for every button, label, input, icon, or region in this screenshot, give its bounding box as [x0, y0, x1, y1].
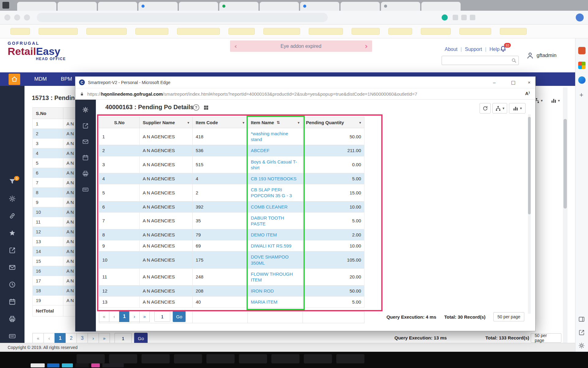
- about-link[interactable]: About: [445, 47, 458, 52]
- app-logo[interactable]: GOFRUGAL RetailEasy HEAD OFFICE: [8, 41, 66, 61]
- bookmark-item[interactable]: [421, 28, 451, 35]
- toolbar-icon[interactable]: [470, 15, 475, 20]
- cell-item-name[interactable]: DABUR TOOTH PASTE: [248, 212, 303, 229]
- sidebar-item-keyboard[interactable]: [9, 332, 16, 340]
- page-prev-button[interactable]: ‹: [109, 311, 119, 322]
- page-first-button[interactable]: «: [32, 333, 44, 344]
- office-icon[interactable]: [578, 62, 586, 69]
- cell-item-name[interactable]: DIWALI KIT RS.599: [248, 240, 303, 251]
- sidebar-item-mail[interactable]: [9, 264, 16, 271]
- sidebar-item-calendar[interactable]: [9, 298, 16, 305]
- read-aloud-icon[interactable]: A⁾: [525, 91, 530, 96]
- back-icon[interactable]: [4, 14, 10, 21]
- go-button[interactable]: Go: [173, 311, 186, 322]
- hierarchy-view-button[interactable]: ▾: [492, 103, 507, 113]
- search-icon[interactable]: [511, 58, 517, 63]
- per-page-select[interactable]: 50 per page: [493, 312, 524, 321]
- taskbar-item[interactable]: [77, 354, 105, 363]
- bg-per-page-select[interactable]: 50 per page: [531, 333, 561, 343]
- browser-tab[interactable]: [179, 2, 218, 11]
- taskbar-item[interactable]: [304, 354, 332, 363]
- bookmark-item[interactable]: [177, 28, 220, 35]
- add-icon[interactable]: +: [579, 91, 583, 99]
- popup-sidebar-item-keyboard[interactable]: [82, 186, 89, 193]
- browser-tab[interactable]: [341, 2, 380, 11]
- page-first-button[interactable]: «: [99, 311, 109, 322]
- column-header-item-code[interactable]: Item Code▾: [193, 117, 248, 128]
- taskbar-item[interactable]: [206, 354, 235, 363]
- taskbar-item[interactable]: [336, 354, 364, 363]
- page-next-button[interactable]: ›: [129, 311, 140, 322]
- page-number-button[interactable]: 1: [119, 311, 130, 322]
- banner-next-icon[interactable]: ›: [365, 42, 368, 51]
- bg-col-sno-header[interactable]: S.No: [33, 108, 63, 119]
- bg-chart-view-button[interactable]: ▾: [551, 98, 560, 104]
- page-next-button[interactable]: ›: [88, 333, 99, 344]
- sidebar-item-links[interactable]: [9, 212, 16, 220]
- popup-sidebar-item-export[interactable]: [82, 122, 89, 129]
- page-input[interactable]: [154, 311, 170, 322]
- browser-tab[interactable]: [58, 2, 97, 11]
- edge-sidebar-app-icon[interactable]: [578, 76, 586, 84]
- sort-both-icon[interactable]: ⇅: [277, 120, 280, 125]
- cell-item-name[interactable]: DEMO ITEM: [248, 229, 303, 240]
- bookmark-item[interactable]: [263, 28, 300, 35]
- popup-sidebar-item-print[interactable]: [82, 170, 89, 177]
- panel-icon[interactable]: [578, 316, 585, 323]
- bookmark-item[interactable]: [309, 28, 343, 35]
- cell-item-name[interactable]: FLOWW THROUGH ITEM: [248, 268, 303, 285]
- forward-icon[interactable]: [14, 14, 20, 21]
- cell-item-name[interactable]: MARIA ITEM: [248, 297, 303, 308]
- home-button[interactable]: [9, 74, 20, 85]
- taskbar-item[interactable]: [141, 354, 170, 363]
- maximize-button[interactable]: □: [508, 77, 518, 88]
- sidebar-item-export[interactable]: [9, 247, 16, 254]
- settings-icon[interactable]: [578, 342, 585, 349]
- extension-icon[interactable]: [442, 14, 448, 21]
- banner-prev-icon[interactable]: ‹: [234, 42, 237, 50]
- toolbar-icon[interactable]: [453, 15, 458, 20]
- browser-tab[interactable]: [421, 2, 461, 11]
- cell-item-name[interactable]: DOVE SHAMPOO 350ML: [248, 251, 303, 268]
- browser-tab[interactable]: [381, 2, 420, 11]
- sort-caret-icon[interactable]: ▾: [187, 121, 189, 125]
- cell-item-name[interactable]: CB 193 NOTEBOOKS: [248, 173, 303, 184]
- sort-caret-icon[interactable]: ▾: [243, 121, 244, 125]
- bookmark-item[interactable]: [459, 28, 491, 35]
- browser-tab[interactable]: [17, 2, 56, 11]
- address-bar[interactable]: [37, 13, 328, 22]
- taskbar-item[interactable]: [109, 354, 137, 363]
- page-last-button[interactable]: »: [139, 311, 150, 322]
- bookmark-item[interactable]: [388, 28, 412, 35]
- popup-scrollbar-thumb[interactable]: [528, 117, 531, 214]
- sidebar-item-settings[interactable]: [9, 195, 16, 202]
- edge-sidebar-app-icon[interactable]: [578, 47, 586, 54]
- sidebar-item-print[interactable]: [9, 315, 16, 323]
- bookmark-item[interactable]: [352, 28, 380, 35]
- go-button[interactable]: Go: [134, 333, 148, 344]
- popup-sidebar-item-calendar[interactable]: [82, 154, 89, 161]
- taskbar-item[interactable]: [239, 354, 267, 363]
- popup-sidebar-item-settings[interactable]: [82, 106, 89, 113]
- column-header-supplier-name[interactable]: Supplier Name▾: [140, 117, 193, 128]
- popup-titlebar[interactable]: C Smartreport-V2 - Personal - Microsoft …: [75, 77, 535, 88]
- taskbar-item[interactable]: [174, 354, 202, 363]
- refresh-button[interactable]: [480, 103, 491, 113]
- browser-tab[interactable]: [260, 2, 299, 11]
- user-menu[interactable]: gftadmin: [526, 52, 556, 59]
- bookmark-item[interactable]: [500, 28, 527, 35]
- close-button[interactable]: ×: [524, 77, 534, 88]
- sidebar-item-schedule[interactable]: [9, 281, 16, 288]
- cell-item-name[interactable]: IRON ROD: [248, 286, 303, 297]
- cell-item-name[interactable]: *washing machine stand: [248, 128, 303, 145]
- bookmark-item[interactable]: [135, 28, 168, 35]
- column-header-sno[interactable]: S.No: [99, 117, 140, 128]
- toolbar-icon[interactable]: [461, 15, 467, 20]
- page-input[interactable]: [115, 333, 132, 343]
- global-search-input[interactable]: [442, 56, 518, 65]
- reload-icon[interactable]: [24, 14, 30, 21]
- browser-tab[interactable]: [219, 2, 258, 11]
- page-prev-button[interactable]: ‹: [43, 333, 55, 344]
- bookmark-item[interactable]: [10, 28, 30, 35]
- sidebar-item-favorites[interactable]: [9, 229, 16, 237]
